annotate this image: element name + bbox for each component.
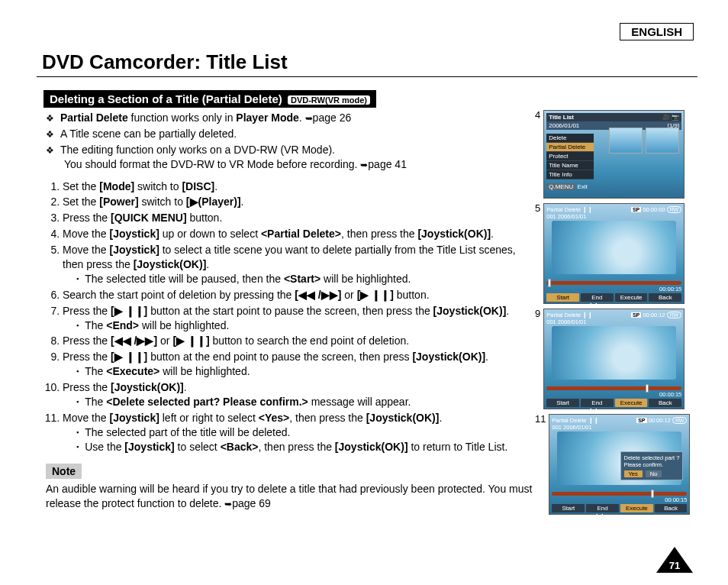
arrow-icon: ➥ — [224, 499, 232, 509]
step-4: Move the [Joystick] up or down to select… — [63, 227, 519, 241]
progress-knob — [548, 279, 551, 287]
pd-segments: StartEndExecuteBack — [546, 399, 681, 407]
text-column: Partial Delete function works only in Pl… — [46, 111, 519, 511]
rw-tag: RW — [672, 417, 688, 424]
pd-clip: 001 2006/01/01 — [552, 424, 591, 431]
confirm-no: No — [646, 470, 662, 477]
screen-4-menu: Delete Partial Delete Protect Title Name… — [546, 134, 594, 179]
menu-item-highlighted: Partial Delete — [546, 143, 594, 152]
progress-knob — [651, 490, 654, 498]
progress-knob — [646, 384, 649, 393]
step-10-sub: The <Delete selected part? Please confir… — [63, 395, 519, 409]
dolphin-image — [552, 326, 676, 380]
progress-bar — [546, 386, 681, 390]
bullet-2: A Title scene can be partially deleted. — [46, 127, 519, 141]
menu-item: Title Info — [546, 170, 594, 179]
pd-clip: 001 2006/01/01 — [546, 213, 586, 220]
language-box: ENGLISH — [620, 23, 694, 40]
seg-back: Back — [655, 504, 688, 512]
dolphin-image — [552, 221, 676, 274]
arrow-icon: ➥ — [360, 160, 368, 170]
step-6: Search the start point of deletion by pr… — [63, 288, 519, 302]
pd-hdr: Partial Delete — [552, 417, 586, 424]
step-10: Press the [Joystick(OK)]. The <Delete se… — [63, 380, 519, 409]
menu-item: Title Name — [546, 161, 594, 170]
rw-tag: RW — [667, 206, 682, 213]
pd-duration: 00:00:15 — [546, 286, 681, 292]
thumbnail — [609, 128, 643, 154]
pd-segments: StartEndExecuteBack — [552, 504, 687, 512]
menu-item: Delete — [546, 134, 594, 143]
arrow-icon: ➥ — [305, 113, 313, 124]
seg-back: Back — [649, 399, 681, 407]
step-8: Press the [◀◀ /▶▶] or [▶ ❙❙] button to s… — [63, 334, 519, 348]
page-number-triangle: 71 — [656, 547, 693, 573]
step-5-sub: The selected title will be paused, then … — [63, 272, 519, 286]
step-9-sub: The <Execute> will be highlighted. — [63, 364, 519, 379]
screen-4-title: Title List — [549, 114, 574, 121]
pd-segments: StartEndExecuteBack — [546, 293, 681, 302]
sp-tag: SP — [636, 418, 646, 423]
confirm-line1: Delete selected part ? — [624, 454, 680, 461]
pd-duration: 00:00:15 — [552, 496, 687, 503]
seg-start: Start — [546, 293, 579, 302]
rw-tag: RW — [667, 312, 682, 318]
bullet-3: The editing function only works on a DVD… — [46, 143, 519, 172]
confirm-line2: Please confirm. — [624, 461, 680, 468]
pd-hdr: Partial Delete — [546, 206, 581, 213]
seg-end: End — [581, 293, 614, 302]
screen-11: Partial Delete ❙❙001 2006/01/01 SP 00:00… — [549, 414, 690, 515]
numbered-steps: Set the [Mode] switch to [DISC]. Set the… — [46, 179, 519, 454]
confirm-yes: Yes — [624, 470, 643, 477]
pd-duration: 00:00:15 — [546, 391, 681, 398]
screen-4-exit: Q.MENU Exit — [546, 183, 681, 190]
pd-hdr: Partial Delete — [546, 312, 581, 318]
step-5: Move the [Joystick] to select a title sc… — [63, 243, 519, 286]
pd-time: 00:00:12 — [649, 417, 671, 424]
pause-icon: ❙❙ — [582, 312, 593, 318]
menu-item: Protect — [546, 152, 594, 161]
seg-execute: Execute — [620, 504, 653, 512]
step-7-sub: The <End> will be highlighted. — [63, 318, 519, 333]
pd-controls: ▶ Play❙❙ Pause◀◀/▶▶ Search — [552, 513, 687, 520]
pd-time: 00:00:00 — [643, 206, 665, 213]
seg-back: Back — [649, 293, 681, 302]
confirm-dialog: Delete selected part ? Please confirm. Y… — [620, 451, 684, 480]
screen-5: Partial Delete ❙❙001 2006/01/01 SP 00:00… — [543, 203, 685, 304]
screen-number-9: 9 — [535, 309, 540, 318]
seg-start: Start — [552, 504, 585, 512]
sp-tag: SP — [631, 312, 641, 318]
bullet-list: Partial Delete function works only in Pl… — [46, 111, 519, 172]
screen-4: Title List🎥 📷 2006/01/01[1/9] Delete Par… — [543, 110, 685, 199]
seg-execute: Execute — [615, 293, 648, 302]
step-3: Press the [QUICK MENU] button. — [63, 211, 519, 225]
pause-icon: ❙❙ — [588, 417, 599, 424]
bullet-1: Partial Delete function works only in Pl… — [46, 111, 519, 125]
note-header: Note — [46, 464, 82, 480]
page-number: 71 — [665, 560, 684, 571]
seg-end: End — [586, 504, 619, 512]
step-7: Press the [▶ ❙❙] button at the start poi… — [63, 304, 519, 333]
horizontal-rule — [37, 76, 697, 77]
thumbnail — [646, 128, 679, 154]
progress-bar — [546, 281, 681, 285]
screenshot-column: 4 Title List🎥 📷 2006/01/01[1/9] Delete P… — [535, 110, 695, 519]
step-11-sub2: Use the [Joystick] to select <Back>, the… — [63, 440, 519, 454]
section-heading: Deleting a Section of a Title (Partial D… — [43, 90, 376, 108]
mode-tag: DVD-RW(VR mode) — [288, 95, 370, 105]
section-heading-text: Deleting a Section of a Title (Partial D… — [50, 92, 282, 105]
pause-icon: ❙❙ — [582, 206, 593, 213]
step-1: Set the [Mode] switch to [DISC]. — [63, 179, 519, 194]
step-2: Set the [Power] switch to [▶(Player)]. — [63, 195, 519, 209]
pd-time: 00:00:12 — [643, 312, 665, 318]
pd-clip: 001 2006/01/01 — [546, 318, 586, 325]
screen-number-4: 4 — [535, 110, 540, 120]
screen-number-11: 11 — [535, 414, 546, 424]
seg-end: End — [581, 399, 614, 407]
screen-4-date: 2006/01/01 — [549, 122, 579, 129]
step-11: Move the [Joystick] left or right to sel… — [63, 411, 519, 454]
page-title: DVD Camcorder: Title List — [42, 50, 288, 74]
sp-tag: SP — [631, 207, 641, 212]
step-9: Press the [▶ ❙❙] button at the end point… — [63, 350, 519, 379]
camera-icon: 🎥 📷 — [662, 114, 679, 121]
